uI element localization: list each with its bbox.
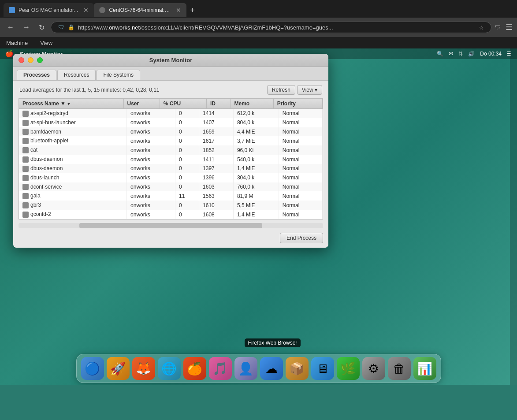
proc-user-cell: onworks [127, 136, 175, 145]
dock-item-sabmixer[interactable]: 🌿SABmixer [337, 357, 360, 380]
tab-processes[interactable]: Processes [17, 70, 56, 80]
new-tab-button[interactable]: + [186, 6, 198, 15]
proc-cpu-cell: 0 [175, 127, 199, 137]
dock-icon-contacts: 👤 [234, 357, 257, 380]
tab-bar: Pear OS MAC emulator... ✕ CentOS-76-64-m… [0, 0, 517, 18]
dock-item-cydia[interactable]: 📦Cydia [286, 357, 309, 380]
window-close-button[interactable] [19, 57, 24, 63]
dock-item-firefox[interactable]: 🦊Firefox Web Browser [132, 357, 155, 380]
proc-memo-cell: 304,0 k [233, 173, 279, 182]
proc-id-cell: 1603 [199, 182, 234, 192]
table-row[interactable]: cat onworks 0 1852 96,0 Ki Normal [19, 145, 323, 155]
dock-icon-trash: 🗑 [388, 357, 411, 380]
end-process-button[interactable]: End Process [280, 233, 323, 243]
col-process-name[interactable]: Process Name ▼ [19, 99, 123, 109]
table-row[interactable]: bluetooth-applet onworks 0 1617 3,7 MiE … [19, 136, 323, 145]
table-row[interactable]: gconfd-2 onworks 0 1608 1,4 MiE Normal [19, 210, 323, 219]
tab-close-pear[interactable]: ✕ [83, 7, 89, 14]
dock-item-icloud[interactable]: ☁iCloud [260, 357, 283, 380]
dock-item-prefs[interactable]: ⚙System Preferences [362, 357, 385, 380]
proc-priority-cell: Normal [279, 201, 322, 210]
table-row[interactable]: dbus-daemon onworks 0 1397 1,4 MiE Norma… [19, 164, 323, 173]
proc-cpu-cell: 0 [175, 109, 199, 118]
mac-search-icon[interactable]: 🔍 [437, 51, 443, 57]
col-id[interactable]: ID [206, 99, 231, 109]
dock-item-rocket[interactable]: 🚀Rocket [107, 357, 130, 380]
forward-button[interactable]: → [20, 22, 33, 33]
proc-user-cell: onworks [127, 145, 175, 155]
proc-memo-cell: 540,0 k [233, 155, 279, 164]
url-text[interactable]: https://www.onworks.net/osessionx11/#/cl… [78, 24, 333, 31]
horizontal-scrollbar[interactable] [19, 223, 323, 228]
col-user[interactable]: User [123, 99, 160, 109]
proc-user-cell: onworks [127, 164, 175, 173]
dock-item-screen[interactable]: 🖥Screen [311, 357, 334, 380]
scrollbar-thumb[interactable] [79, 223, 262, 228]
apple-logo[interactable]: 🍎 [5, 50, 14, 58]
col-memo[interactable]: Memo [231, 99, 273, 109]
proc-memo-cell: 612,0 k [233, 109, 279, 118]
tab-close-centos[interactable]: ✕ [176, 7, 181, 14]
proc-user-cell: onworks [127, 155, 175, 164]
proc-id-cell: 1396 [199, 173, 234, 182]
mac-network-icon[interactable]: ⇅ [458, 51, 463, 57]
table-row[interactable]: bamfdaemon onworks 0 1659 4,4 MiE Normal [19, 127, 323, 137]
proc-priority-cell: Normal [279, 173, 322, 182]
tab-pear[interactable]: Pear OS MAC emulator... ✕ [4, 3, 94, 17]
table-row[interactable]: dbus-daemon onworks 0 1411 540,0 k Norma… [19, 155, 323, 164]
dock-icon-firefox: 🦊 [132, 357, 155, 380]
mac-time: Do 00:34 [480, 51, 502, 57]
proc-id-cell: 1411 [199, 155, 234, 164]
dock-tooltip: Firefox Web Browser [245, 338, 301, 347]
proc-name-cell: dbus-daemon [19, 164, 127, 173]
dock-icon-music: 🎵 [209, 357, 232, 380]
menu-icon[interactable]: ☰ [506, 22, 513, 32]
back-button[interactable]: ← [4, 22, 17, 33]
proc-name-cell: gala [19, 191, 127, 201]
process-table-scroll[interactable]: at-spi2-registryd onworks 0 1414 612,0 k… [19, 109, 323, 219]
refresh-button[interactable]: ↻ [36, 22, 47, 33]
view-button-window[interactable]: View ▾ [297, 85, 322, 95]
proc-priority-cell: Normal [279, 210, 322, 219]
proc-priority-cell: Normal [279, 109, 322, 118]
dock-item-lime[interactable]: 🍊Lime [183, 357, 206, 380]
dock-container: 🔵Finder🚀Rocket🦊Firefox Web Browser🌐Web B… [0, 354, 517, 385]
lock-icon: 🔒 [68, 24, 74, 30]
dock-item-trash[interactable]: 🗑Trash [388, 357, 411, 380]
tab-resources[interactable]: Resources [57, 70, 96, 80]
mac-mail-icon[interactable]: ✉ [449, 51, 453, 57]
dock-item-contacts[interactable]: 👤Contacts [234, 357, 257, 380]
tab-filesystems[interactable]: File Systems [97, 70, 140, 80]
dock-item-music[interactable]: 🎵Music [209, 357, 232, 380]
dock-item-monitor[interactable]: 📊System Monitor [413, 357, 436, 380]
table-row[interactable]: gbr3 onworks 0 1610 5,5 MiE Normal [19, 201, 323, 210]
window-minimize-button[interactable] [28, 57, 33, 63]
mac-top-right: 🔍 ✉ ⇅ 🔊 Do 00:34 ☰ [437, 51, 512, 57]
refresh-button-window[interactable]: Refresh [267, 85, 295, 95]
table-row[interactable]: gala onworks 11 1563 81,9 M Normal [19, 191, 323, 201]
col-priority[interactable]: Priority [273, 99, 322, 109]
tab-centos[interactable]: CentOS-76-64-minimal:4... ✕ [94, 3, 186, 17]
menu-view[interactable]: View [37, 39, 55, 47]
window-maximize-button[interactable] [37, 57, 43, 63]
load-controls: Refresh View ▾ [267, 85, 322, 95]
proc-id-cell: 1608 [199, 210, 234, 219]
table-row[interactable]: at-spi-bus-launcher onworks 0 1407 804,0… [19, 118, 323, 127]
mac-volume-icon[interactable]: 🔊 [468, 51, 475, 57]
menu-bar: Machine View [0, 37, 517, 48]
window-title: System Monitor [149, 57, 193, 63]
table-row[interactable]: dbus-launch onworks 0 1396 304,0 k Norma… [19, 173, 323, 182]
dock-item-finder[interactable]: 🔵Finder [81, 357, 104, 380]
dock-item-globe[interactable]: 🌐Web Browser [158, 357, 181, 380]
col-cpu[interactable]: % CPU [160, 99, 206, 109]
proc-cpu-cell: 11 [175, 191, 199, 201]
bookmark-icon[interactable]: ☆ [479, 24, 484, 31]
menu-machine[interactable]: Machine [4, 39, 30, 47]
proc-user-cell: onworks [127, 173, 175, 182]
proc-cpu-cell: 0 [175, 164, 199, 173]
table-row[interactable]: dconf-service onworks 0 1603 760,0 k Nor… [19, 182, 323, 192]
table-row[interactable]: at-spi2-registryd onworks 0 1414 612,0 k… [19, 109, 323, 118]
dock-icon-monitor: 📊 [413, 357, 436, 380]
extensions-icon[interactable]: 🛡 [495, 24, 501, 31]
dock-icon-lime: 🍊 [183, 357, 206, 380]
